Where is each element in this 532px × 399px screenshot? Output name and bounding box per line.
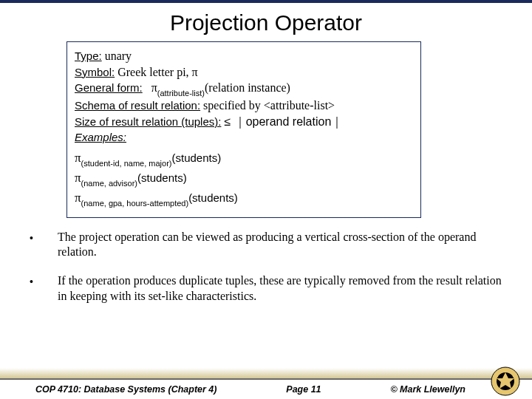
footer: COP 4710: Database Systems (Chapter 4) P… bbox=[0, 369, 532, 399]
def-type: Type: unary bbox=[75, 48, 413, 64]
top-rule bbox=[0, 0, 532, 3]
size-value: ≤ ｜operand relation｜ bbox=[224, 115, 343, 128]
example-3: π(name, gpa, hours-attempted)(students) bbox=[75, 190, 413, 208]
example-3-rel: (students) bbox=[188, 191, 238, 204]
ucf-logo-icon bbox=[491, 366, 520, 396]
content-area: Type: unary Symbol: Greek letter pi, π G… bbox=[0, 41, 532, 399]
example-1-rel: (students) bbox=[171, 151, 221, 164]
example-2: π(name, advisor)(students) bbox=[75, 170, 413, 188]
pi-symbol: π bbox=[151, 81, 157, 94]
form-tail: (relation instance) bbox=[205, 81, 290, 94]
bullet-list: • The project operation can be viewed as… bbox=[30, 230, 502, 304]
symbol-label: Symbol: bbox=[75, 66, 115, 78]
pi-symbol: π bbox=[75, 171, 81, 185]
pi-symbol: π bbox=[75, 191, 81, 205]
slide: Projection Operator Type: unary Symbol: … bbox=[0, 0, 532, 399]
type-value: unary bbox=[105, 50, 132, 62]
slide-title: Projection Operator bbox=[0, 10, 532, 35]
examples-block: π(student-id, name, major)(students) π(n… bbox=[75, 150, 413, 208]
bullet-2-text: If the operation produces duplicate tupl… bbox=[58, 273, 502, 304]
footer-course: COP 4710: Database Systems (Chapter 4) bbox=[35, 384, 216, 395]
example-1: π(student-id, name, major)(students) bbox=[75, 150, 413, 168]
form-label: General form: bbox=[75, 81, 143, 94]
def-symbol: Symbol: Greek letter pi, π bbox=[75, 64, 413, 81]
def-schema: Schema of result relation: specified by … bbox=[75, 98, 413, 114]
size-label: Size of result relation (tuples): bbox=[75, 115, 221, 128]
bullet-item-1: • The project operation can be viewed as… bbox=[30, 230, 502, 261]
example-2-sub: (name, advisor) bbox=[81, 179, 137, 188]
schema-label: Schema of result relation: bbox=[75, 99, 200, 112]
example-3-sub: (name, gpa, hours-attempted) bbox=[81, 199, 189, 208]
footer-rule bbox=[0, 378, 532, 380]
bullet-item-2: • If the operation produces duplicate tu… bbox=[30, 273, 502, 304]
bullet-marker: • bbox=[30, 230, 37, 261]
example-1-sub: (student-id, name, major) bbox=[81, 159, 172, 168]
schema-value: specified by <attribute-list> bbox=[203, 99, 335, 112]
footer-copyright: © Mark Llewellyn bbox=[390, 384, 466, 395]
footer-page: Page 11 bbox=[286, 384, 321, 395]
bullet-marker: • bbox=[30, 273, 37, 304]
bullet-1-text: The project operation can be viewed as p… bbox=[58, 230, 502, 261]
def-general-form: General form: π(attribute-list)(relation… bbox=[75, 80, 413, 98]
def-examples-label: Examples: bbox=[75, 129, 413, 146]
pi-symbol: π bbox=[75, 151, 81, 165]
form-subscript: (attribute-list) bbox=[157, 89, 205, 98]
def-size: Size of result relation (tuples): ≤ ｜ope… bbox=[75, 114, 413, 130]
example-2-rel: (students) bbox=[137, 171, 187, 184]
symbol-value: Greek letter pi, π bbox=[117, 66, 197, 78]
examples-label: Examples: bbox=[75, 131, 126, 143]
type-label: Type: bbox=[75, 50, 102, 62]
footer-text: COP 4710: Database Systems (Chapter 4) P… bbox=[35, 384, 466, 395]
definition-box: Type: unary Symbol: Greek letter pi, π G… bbox=[66, 41, 421, 218]
